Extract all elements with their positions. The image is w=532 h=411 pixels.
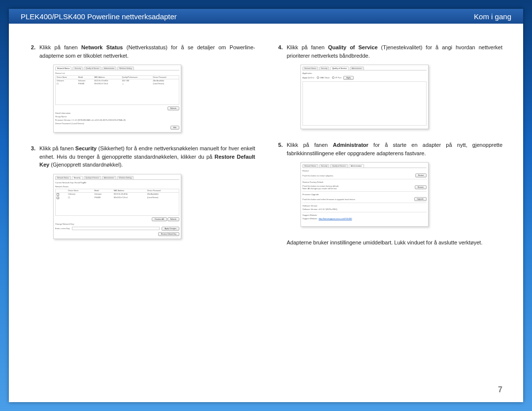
deselect-all-button: Deselect All (152, 217, 166, 221)
item-number: 4. (277, 43, 287, 60)
tab-qos: Quality of Service (330, 164, 347, 168)
refresh-button: Refresh (167, 217, 179, 221)
tab-network-status: Network Status (302, 164, 318, 168)
table-row: (*) PLE400 00:c0:02:e7:25:c4 --- (Local … (56, 82, 179, 85)
instruction-item-3: 3. Klikk på fanen Security (Sikkerhet) f… (30, 144, 255, 169)
table-row: Unknown Unknown 00:25:9c:13:e8:5b (Not A… (56, 192, 179, 196)
item-text: Klikk på fanen Quality of Service (Tjene… (287, 43, 502, 60)
instruction-item-4: 4. Klikk på fanen Quality of Service (Tj… (277, 43, 502, 60)
ss-tabs: Network Status Security Quality of Servi… (302, 67, 427, 70)
tab-security: Security (319, 67, 330, 70)
checkbox-icon (57, 197, 59, 199)
header-title-right: Kom i gang (474, 12, 511, 21)
ss-tabs: Network Status Security Quality of Servi… (302, 164, 427, 168)
page-header: PLEK400/PLSK400 Powerline nettverksadapt… (9, 9, 523, 24)
screenshot-security: Network Status Security Quality of Servi… (53, 174, 181, 239)
enter-key-row: Enter a new Key: Apply Changes (55, 227, 179, 231)
apply-button: Apply (343, 76, 354, 80)
tab-security: Security (319, 164, 330, 168)
section-sw-version: Software Version (302, 205, 427, 207)
tab-qos: Quality of Service (84, 67, 101, 70)
header-title-left: PLEK400/PLSK400 Powerline nettverksadapt… (21, 12, 177, 21)
tab-network-status: Network Status (55, 67, 71, 70)
factory-line2: Note: All changes you made will be lost. (302, 187, 337, 190)
item-text: Klikk på fanen Network Status (Nettverks… (39, 43, 255, 60)
section-factory: Restore Factory Default (302, 181, 427, 183)
fw-line: Push this button and select firmware to … (302, 198, 356, 201)
checkbox-icon (57, 193, 59, 196)
detail-line: Group Name: (55, 115, 179, 118)
ss-tabs: Network Status Security Quality of Servi… (55, 67, 179, 70)
left-column: 2. Klikk på fanen Network Status (Nettve… (30, 43, 255, 251)
document-page: PLEK400/PLSK400 Powerline nettverksadapt… (9, 9, 523, 402)
tab-security: Security (72, 176, 83, 179)
current-key-line: Current Network Key: HomePlugAV (55, 181, 179, 184)
page-body: 2. Klikk på fanen Network Status (Nettve… (9, 24, 523, 251)
apply-changes-button: Apply Changes (162, 227, 179, 231)
apply-qos-row: Apply QoS to: MAC Base IP Port Apply (302, 76, 427, 80)
key-input (72, 227, 160, 230)
right-column: 4. Klikk på fanen Quality of Service (Tj… (277, 43, 502, 251)
section-change-key: Change Network Key: (55, 223, 179, 225)
section-device-list: Device List (55, 72, 179, 74)
screenshot-administrator: Network Status Security Quality of Servi… (300, 162, 429, 227)
tab-wireless: Wireless Setting (117, 67, 133, 70)
enter-key-label: Enter a new Key: (55, 227, 70, 230)
item-number: 5. (277, 141, 287, 157)
restart-line: Push this button to restart adapters. (302, 174, 333, 177)
radio-icon (332, 76, 334, 79)
page-number: 7 (498, 385, 502, 394)
tab-network-status: Network Status (302, 67, 318, 70)
item-number: 2. (30, 43, 39, 60)
tab-qos: Quality of Service (330, 67, 349, 70)
device-table-area: Device Name Model MAC Address Quality/Pe… (55, 75, 179, 105)
instruction-item-2: 2. Klikk på fanen Network Status (Nettve… (30, 43, 255, 60)
upgrade-button: Upgrade (414, 197, 427, 201)
qos-body-area (302, 81, 427, 126)
restore-default-key-button: Restore Default Key (158, 232, 179, 236)
table-row: (*) PLE400 00:c0:02:e7:25:c4 (Local Devi… (56, 196, 179, 200)
tab-security: Security (72, 67, 83, 70)
section-firmware: Firmware Upgrade (302, 193, 427, 196)
tab-qos: Quality of Service (84, 176, 101, 179)
ss-tabs: Network Status Security Quality of Servi… (55, 176, 179, 180)
sw-version-line: Software Version: v0.2.3.2 (INT6x ENU) (302, 208, 427, 210)
restore-button: Restore (415, 185, 427, 189)
instruction-item-5: 5. Klikk på fanen Administrator for å st… (277, 141, 502, 157)
detail-line: Device Password: (Local Device) (55, 122, 179, 125)
tab-wireless: Wireless Setting (117, 176, 133, 179)
closing-text: Adapterne bruker innstillingene umiddelb… (277, 239, 502, 247)
item-text: Klikk på fanen Security (Sikkerhet) for … (39, 144, 255, 169)
tab-administrator: Administrator (349, 164, 364, 168)
item-text: Klikk på fanen Administrator for å start… (287, 141, 502, 157)
tab-network-status: Network Status (55, 176, 71, 179)
screenshot-qos: Network Status Security Quality of Servi… (300, 65, 429, 129)
edit-button: Edit (170, 126, 179, 130)
refresh-button: Refresh (167, 106, 179, 110)
tab-administrator: Administrator (350, 67, 364, 70)
section-network-status: Network Status (55, 185, 179, 188)
security-table-area: Device Name Model MAC Address Device Pas… (55, 189, 179, 216)
tab-administrator: Administrator (102, 67, 117, 70)
section-restart: Restart (302, 170, 427, 172)
detail-line: Firmware Version: 2.1.12 (INT6400-MAC-4-… (55, 119, 179, 121)
screenshot-network-status: Network Status Security Quality of Servi… (53, 65, 181, 133)
section-support: Support Website (302, 214, 427, 216)
section-detail-info: Detail Information (55, 112, 179, 114)
section-application: Application (302, 72, 427, 74)
radio-icon (317, 76, 319, 79)
restart-button: Restart (415, 173, 427, 177)
support-link: http://homesupport.cisco.com/PLE400 (319, 217, 352, 220)
tab-administrator: Administrator (102, 176, 116, 179)
item-number: 3. (30, 144, 39, 169)
apply-qos-label: Apply QoS to: (302, 76, 315, 79)
support-line: Support Website: http://homesupport.cisc… (302, 217, 427, 220)
